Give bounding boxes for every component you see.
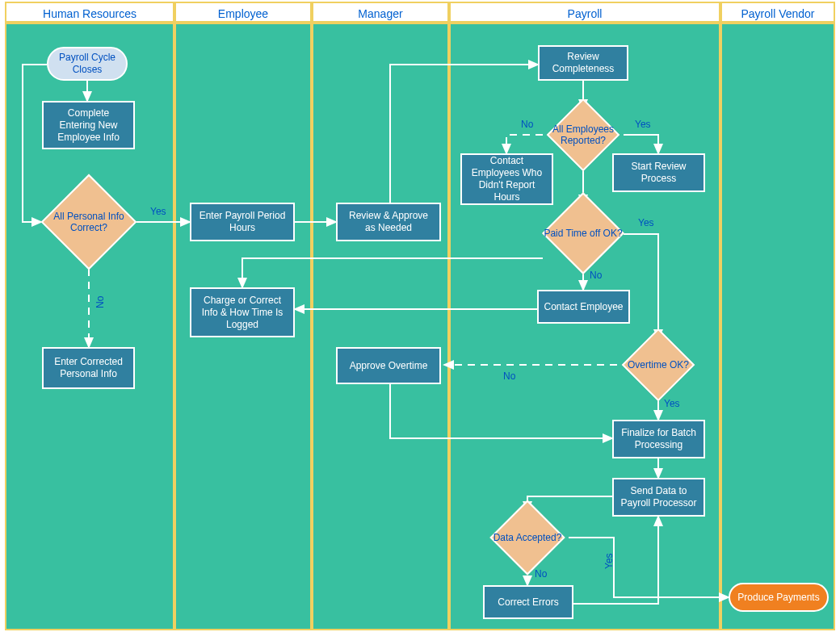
label-no-allemp: No [521,119,533,129]
label-yes-data: Yes [604,553,614,569]
label-yes-allemp: Yes [635,119,651,129]
process-start-review: Start Review Process [612,153,705,192]
label-no-data: No [535,569,547,579]
swimlane-flowchart: Human Resources Employee Manager Payroll… [0,0,840,632]
label-yes-pto: Yes [638,218,654,228]
process-enter-hours: Enter Payroll Period Hours [190,203,295,241]
terminator-produce-payments: Produce Payments [729,583,829,612]
label-no-pto: No [590,270,602,280]
process-charge-correct: Charge or Correct Info & How Time Is Log… [190,287,295,337]
process-correct-errors: Correct Errors [483,585,573,619]
process-contact-employee: Contact Employee [537,290,630,324]
process-approve-overtime: Approve Overtime [336,347,441,384]
terminator-start: Payroll Cycle Closes [47,47,128,81]
label-no-info: No [95,296,105,308]
process-complete-entering: Complete Entering New Employee Info [42,101,135,149]
label-yes-ot: Yes [664,399,680,408]
process-contact-not-reported: Contact Employees Who Didn't Report Hour… [460,153,553,205]
lane-header-pay: Payroll [449,2,720,23]
label-yes-info: Yes [150,207,166,216]
process-review-completeness: Review Completeness [538,45,628,81]
process-finalize: Finalize for Batch Processing [612,420,705,458]
lane-header-hr: Human Resources [5,2,174,23]
lane-body-mgr [312,23,449,630]
label-no-ot: No [503,371,515,381]
process-enter-corrected: Enter Corrected Personal Info [42,347,135,389]
lane-header-mgr: Manager [312,2,449,23]
lane-header-emp: Employee [174,2,312,23]
process-send-data: Send Data to Payroll Processor [612,478,705,517]
lane-header-vend: Payroll Vendor [720,2,835,23]
lane-body-vend [720,23,835,630]
process-review-approve: Review & Approve as Needed [336,203,441,241]
